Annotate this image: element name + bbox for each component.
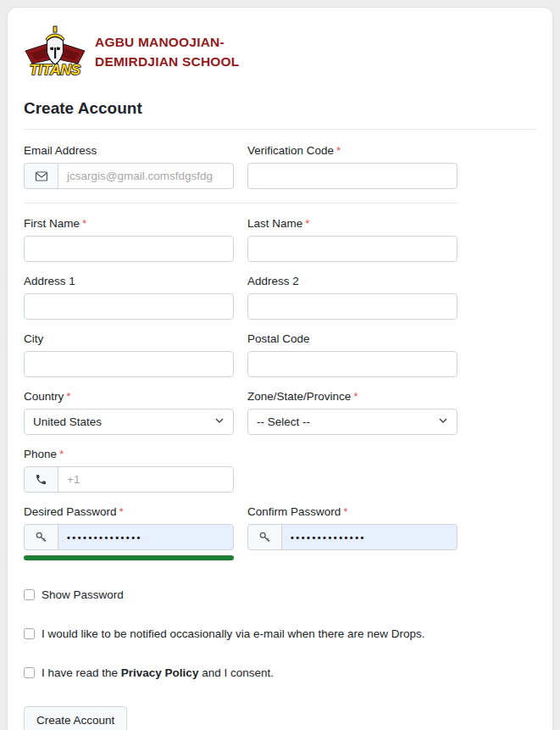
- required-asterisk: *: [353, 390, 358, 403]
- required-asterisk: *: [119, 505, 124, 518]
- zone-label: Zone/State/Province*: [247, 390, 457, 403]
- confirm-password-field-block: Confirm Password*: [247, 505, 457, 550]
- first-name-field-block: First Name*: [24, 217, 234, 262]
- create-account-button[interactable]: Create Account: [24, 706, 127, 730]
- zone-select[interactable]: -- Select --: [247, 409, 457, 435]
- required-asterisk: *: [343, 505, 347, 518]
- verification-code-field-block: Verification Code*: [247, 144, 457, 189]
- phone-field-block: Phone*: [24, 448, 234, 493]
- address2-input[interactable]: [247, 293, 457, 320]
- chevron-down-icon: [438, 415, 448, 428]
- confirm-password-label: Confirm Password*: [247, 505, 457, 518]
- address1-input[interactable]: [24, 293, 234, 320]
- desired-password-label: Desired Password*: [24, 505, 234, 518]
- first-name-label: First Name*: [24, 217, 234, 230]
- required-asterisk: *: [66, 390, 70, 403]
- page-title: Create Account: [24, 99, 536, 118]
- create-account-form: Email Address Verification Code* First N…: [24, 144, 457, 573]
- desired-password-input[interactable]: [58, 524, 234, 550]
- email-label: Email Address: [24, 144, 234, 157]
- country-field-block: Country* United States: [24, 390, 234, 435]
- address2-field-block: Address 2: [247, 275, 457, 320]
- first-name-input[interactable]: [24, 236, 234, 262]
- last-name-label: Last Name*: [247, 217, 457, 230]
- create-account-card: TITANS AGBU MANOOJIAN- DEMIRDJIAN SCHOOL…: [7, 7, 553, 730]
- title-divider: [24, 129, 536, 130]
- envelope-icon: [24, 163, 58, 189]
- chevron-down-icon: [214, 415, 225, 428]
- country-select[interactable]: United States: [24, 409, 234, 435]
- email-field-block: Email Address: [24, 144, 234, 189]
- required-asterisk: *: [82, 217, 86, 230]
- privacy-consent-label: I have read the Privacy Policy and I con…: [42, 666, 274, 679]
- postal-code-input[interactable]: [247, 351, 457, 377]
- privacy-policy-link[interactable]: Privacy Policy: [121, 666, 199, 679]
- svg-text:TITANS: TITANS: [30, 62, 81, 78]
- city-input[interactable]: [24, 351, 234, 377]
- password-strength-bar: [24, 555, 234, 560]
- phone-icon: [24, 466, 58, 493]
- notify-label: I would like to be notified occasionally…: [42, 627, 424, 640]
- city-field-block: City: [24, 332, 234, 377]
- key-icon: [247, 524, 282, 550]
- brand-header: TITANS AGBU MANOOJIAN- DEMIRDJIAN SCHOOL: [24, 25, 536, 79]
- key-icon: [24, 524, 58, 550]
- school-name-line2: DEMIRDJIAN SCHOOL: [95, 52, 239, 71]
- notify-checkbox[interactable]: [24, 628, 35, 639]
- address2-label: Address 2: [247, 275, 457, 287]
- email-input[interactable]: [58, 163, 234, 189]
- zone-selected-value: -- Select --: [257, 415, 310, 428]
- city-label: City: [24, 332, 234, 345]
- verification-code-input[interactable]: [247, 163, 457, 189]
- school-name: AGBU MANOOJIAN- DEMIRDJIAN SCHOOL: [95, 32, 239, 72]
- postal-code-label: Postal Code: [247, 332, 457, 345]
- phone-label: Phone*: [24, 448, 234, 460]
- notify-row: I would like to be notified occasionally…: [24, 627, 536, 640]
- show-password-checkbox[interactable]: [24, 589, 35, 600]
- privacy-consent-checkbox[interactable]: [24, 667, 35, 678]
- last-name-input[interactable]: [247, 236, 457, 262]
- country-selected-value: United States: [33, 415, 102, 428]
- zone-field-block: Zone/State/Province* -- Select --: [247, 390, 457, 435]
- required-asterisk: *: [336, 144, 341, 157]
- checkbox-section: Show Password I would like to be notifie…: [24, 588, 536, 679]
- last-name-field-block: Last Name*: [247, 217, 457, 262]
- address1-label: Address 1: [24, 275, 234, 287]
- titans-logo: TITANS: [24, 25, 86, 79]
- confirm-password-input[interactable]: [281, 524, 457, 550]
- verification-code-label: Verification Code*: [247, 144, 457, 157]
- show-password-label: Show Password: [42, 588, 124, 601]
- postal-code-field-block: Postal Code: [247, 332, 457, 377]
- show-password-row: Show Password: [24, 588, 536, 601]
- school-name-line1: AGBU MANOOJIAN-: [95, 32, 239, 52]
- country-label: Country*: [24, 390, 234, 403]
- privacy-consent-row: I have read the Privacy Policy and I con…: [24, 666, 536, 679]
- section-divider: [24, 203, 457, 203]
- phone-input[interactable]: [58, 466, 234, 493]
- address1-field-block: Address 1: [24, 275, 234, 320]
- required-asterisk: *: [305, 217, 309, 230]
- desired-password-field-block: Desired Password*: [24, 505, 234, 560]
- required-asterisk: *: [59, 448, 64, 460]
